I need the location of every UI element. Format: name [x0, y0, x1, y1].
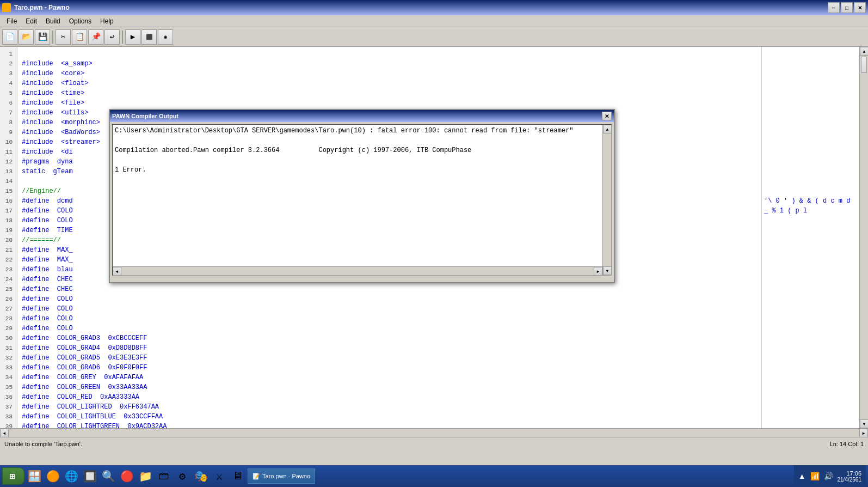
line-number-2: 2	[0, 59, 15, 69]
line-number-21: 21	[0, 245, 15, 255]
line-number-22: 22	[0, 255, 15, 265]
line-number-26: 26	[0, 294, 15, 304]
main-scrollbar[interactable]: ▲ ▼	[859, 47, 868, 428]
taskbar-time: 17:06	[846, 470, 861, 477]
code-line-36: #define COLOR_RED 0xAA3333AA	[22, 392, 757, 402]
code-line-29: #define COLO	[22, 324, 757, 333]
taskbar-icon-1[interactable]: 🪟	[26, 467, 43, 485]
taskbar: ⊞ 🪟 🟠 🌐 🔲 🔍 🔴 📁 🗃 ⚙ 🎭 ⚔ 🖥 📝 Taro.pwn - P…	[0, 465, 868, 487]
taskbar-icon-11[interactable]: ⚔	[211, 467, 228, 485]
menu-build[interactable]: Build	[41, 16, 65, 26]
code-line-5: #include <time>	[22, 88, 757, 98]
copy-button[interactable]: 📋	[72, 29, 87, 45]
paste-button[interactable]: 📌	[88, 29, 103, 45]
taskbar-icon-9[interactable]: ⚙	[174, 467, 191, 485]
status-bar: Unable to compile 'Taro.pwn'. Ln: 14 Col…	[0, 437, 868, 450]
start-button[interactable]: ⊞	[2, 467, 24, 485]
close-button[interactable]: ✕	[854, 2, 866, 13]
dialog-line	[115, 156, 609, 166]
dialog-hscroll-right[interactable]: ►	[594, 267, 602, 276]
taskbar-icon-4[interactable]: 🔲	[81, 467, 99, 485]
taskbar-icon-7[interactable]: 📁	[137, 467, 154, 485]
line-number-25: 25	[0, 284, 15, 294]
menu-edit[interactable]: Edit	[21, 16, 41, 26]
dialog-hscroll-left[interactable]: ◄	[113, 267, 121, 276]
scroll-track[interactable]	[860, 56, 868, 419]
hscroll-right-button[interactable]: ►	[859, 429, 868, 437]
line-number-36: 36	[0, 392, 15, 402]
line-number-4: 4	[0, 78, 15, 88]
taskbar-icon-10[interactable]: 🎭	[192, 467, 210, 485]
minimize-button[interactable]: −	[828, 2, 840, 13]
taskbar-icon-5[interactable]: 🔍	[100, 467, 117, 485]
dialog-scrollbar[interactable]: ▲ ▼	[602, 125, 611, 275]
code-line-28: #define COLO	[22, 314, 757, 324]
code-line-2: #include <a_samp>	[22, 59, 757, 69]
stop-button[interactable]: ◉	[158, 29, 173, 45]
code-line-35: #define COLOR_GREEN 0x33AA33AA	[22, 382, 757, 392]
window-title: Taro.pwn - Pawno	[14, 4, 70, 11]
tray-icon-1: ▲	[798, 472, 806, 480]
taskbar-icon-6[interactable]: 🔴	[118, 467, 136, 485]
line-number-18: 18	[0, 216, 15, 226]
dialog-scroll-up[interactable]: ▲	[603, 125, 612, 133]
scroll-thumb[interactable]	[861, 57, 867, 73]
menu-help[interactable]: Help	[96, 16, 118, 26]
line-number-34: 34	[0, 373, 15, 382]
dialog-close-button[interactable]: ✕	[602, 112, 612, 120]
taskbar-date: 21/4/2561	[838, 477, 862, 483]
taskbar-icon-8[interactable]: 🗃	[155, 467, 173, 485]
line-number-5: 5	[0, 88, 15, 98]
run-button[interactable]: ▶	[125, 29, 140, 45]
dialog-scroll-down[interactable]: ▼	[603, 266, 612, 275]
clock: 17:06 21/4/2561	[838, 470, 862, 483]
right-code-panel: '\ 0 ' ) & & ( d c m d _ % 1 ( p l	[761, 47, 859, 428]
line-number-28: 28	[0, 314, 15, 324]
line-number-17: 17	[0, 206, 15, 216]
taskbar-app-label: Taro.pwn - Pawno	[262, 473, 310, 479]
line-number-15: 15	[0, 186, 15, 196]
taskbar-icon-3[interactable]: 🌐	[63, 467, 80, 485]
dialog-title: PAWN Compiler Output	[112, 113, 178, 119]
dialog-title-bar: PAWN Compiler Output ✕	[110, 110, 614, 122]
line-number-30: 30	[0, 333, 15, 343]
code-line-33: #define COLOR_GRAD6 0xF0F0F0FF	[22, 363, 757, 373]
menu-file[interactable]: File	[2, 16, 21, 26]
code-line-37: #define COLOR_LIGHTRED 0xFF6347AA	[22, 402, 757, 412]
dialog-line: Compilation aborted.Pawn compiler 3.2.36…	[115, 147, 609, 156]
scroll-up-button[interactable]: ▲	[860, 47, 868, 56]
taskbar-app-icon: 📝	[253, 473, 260, 480]
new-button[interactable]: 📄	[2, 29, 17, 45]
compiler-output-dialog[interactable]: PAWN Compiler Output ✕ C:\Users\Administ…	[109, 109, 615, 283]
dialog-line	[115, 137, 609, 147]
toolbar: 📄 📂 💾 ✂ 📋 📌 ↩ ▶ ⬛ ◉	[0, 27, 868, 47]
dialog-content: C:\Users\Administrator\Desktop\GTA SERVE…	[112, 124, 612, 276]
dialog-hscrollbar[interactable]: ◄ ►	[113, 266, 602, 275]
line-number-13: 13	[0, 167, 15, 176]
hscroll-track[interactable]	[9, 429, 859, 437]
hscroll-left-button[interactable]: ◄	[0, 429, 9, 437]
horizontal-scrollbar[interactable]: ◄ ►	[0, 428, 868, 437]
line-number-23: 23	[0, 265, 15, 275]
open-button[interactable]: 📂	[19, 29, 34, 45]
scroll-down-button[interactable]: ▼	[860, 419, 868, 428]
line-number-3: 3	[0, 69, 15, 78]
code-line-1	[22, 49, 757, 59]
code-line-31: #define COLOR_GRAD4 0xD8D8D8FF	[22, 343, 757, 353]
line-number-38: 38	[0, 412, 15, 422]
taskbar-active-app[interactable]: 📝 Taro.pwn - Pawno	[248, 468, 315, 484]
line-number-29: 29	[0, 324, 15, 333]
taskbar-icon-12[interactable]: 🖥	[229, 467, 247, 485]
menu-options[interactable]: Options	[65, 16, 96, 26]
line-number-32: 32	[0, 353, 15, 363]
dialog-text: C:\Users\Administrator\Desktop\GTA SERVE…	[115, 127, 609, 176]
line-number-14: 14	[0, 176, 15, 186]
debug-button[interactable]: ⬛	[141, 29, 157, 45]
code-line-34: #define COLOR_GREY 0xAFAFAFAA	[22, 373, 757, 382]
save-button[interactable]: 💾	[35, 29, 50, 45]
undo-button[interactable]: ↩	[104, 29, 120, 45]
taskbar-icon-2[interactable]: 🟠	[44, 467, 61, 485]
cut-button[interactable]: ✂	[56, 29, 71, 45]
maximize-button[interactable]: □	[841, 2, 853, 13]
app-icon	[2, 3, 11, 12]
